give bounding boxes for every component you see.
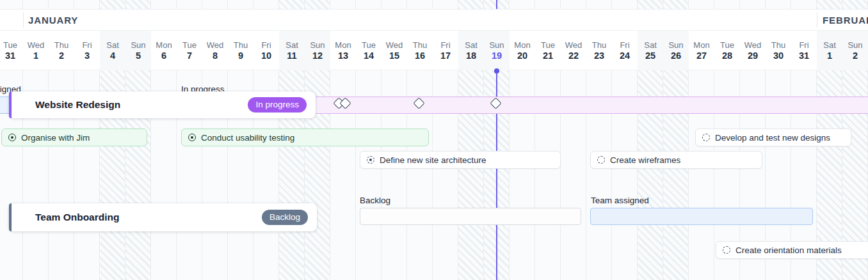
- day-column[interactable]: Sat1: [817, 31, 842, 70]
- day-name: Thu: [592, 41, 606, 49]
- day-column[interactable]: Fri17: [433, 31, 458, 70]
- month-label-february: FEBRUARY: [823, 15, 868, 26]
- day-name: Fri: [799, 41, 808, 49]
- day-number: 2: [59, 51, 64, 61]
- day-column[interactable]: Wed15: [382, 31, 407, 70]
- task-bar-define[interactable]: Define new site architecture: [360, 151, 561, 169]
- grid-column: [612, 0, 638, 9]
- day-number: 23: [594, 51, 604, 61]
- day-number: 1: [827, 51, 832, 61]
- day-number: 28: [722, 51, 732, 61]
- day-column[interactable]: Thu2: [49, 31, 74, 70]
- day-header-row: Tue31Wed1Thu2Fri3Sat4Sun5Mon6Tue7Wed8Thu…: [0, 31, 868, 70]
- task-label: Define new site architecture: [380, 155, 486, 165]
- day-number: 26: [671, 51, 681, 61]
- group-bar[interactable]: [360, 208, 581, 225]
- day-name: Sun: [310, 41, 325, 49]
- project-card-team-onboarding[interactable]: Team Onboarding Backlog: [9, 203, 317, 231]
- day-column[interactable]: Tue31: [0, 31, 23, 70]
- dashed-circle-icon: [597, 156, 605, 164]
- day-number: 3: [84, 51, 90, 61]
- day-column[interactable]: Fri24: [612, 31, 638, 70]
- day-column[interactable]: Wed1: [23, 31, 49, 70]
- day-number: 15: [389, 51, 399, 61]
- timeline-top-strip: [0, 0, 868, 9]
- day-column[interactable]: Wed29: [740, 31, 766, 70]
- progress-circle-icon: [188, 134, 196, 141]
- day-column[interactable]: Thu23: [586, 31, 612, 70]
- day-column[interactable]: Sun19: [484, 31, 510, 70]
- day-column[interactable]: Sat18: [458, 31, 484, 70]
- day-column[interactable]: Sun26: [663, 31, 689, 70]
- month-separator: [817, 12, 817, 27]
- day-column[interactable]: Sat25: [638, 31, 663, 70]
- day-number: 7: [187, 51, 192, 61]
- dashed-circle-icon: [723, 246, 730, 254]
- grid-column: [842, 0, 868, 9]
- day-number: 10: [261, 51, 271, 61]
- day-column[interactable]: Tue21: [535, 31, 561, 70]
- day-name: Thu: [234, 41, 248, 49]
- grid-column: [151, 0, 177, 9]
- day-column[interactable]: Sun12: [305, 31, 330, 70]
- project-title: Team Onboarding: [35, 212, 119, 223]
- project-card-website-redesign[interactable]: Website Redesign In progress: [9, 91, 316, 118]
- day-column[interactable]: Sat11: [279, 31, 305, 70]
- grid-column: [356, 0, 382, 9]
- day-number: 9: [238, 51, 243, 61]
- day-column[interactable]: Thu9: [228, 31, 253, 70]
- day-column[interactable]: Tue14: [356, 31, 382, 70]
- grid-column: [407, 0, 433, 9]
- group-bar[interactable]: [590, 208, 813, 225]
- task-bar-organise[interactable]: Organise with Jim: [1, 128, 147, 146]
- chart-area: Team assignedIn progressBacklogTeam assi…: [0, 70, 868, 280]
- group-label: Team assigned: [591, 196, 649, 205]
- task-label: Develop and test new designs: [715, 133, 830, 143]
- day-name: Tue: [182, 41, 197, 49]
- grid-column: [330, 0, 356, 9]
- group-label: Backlog: [360, 196, 390, 205]
- day-column[interactable]: Mon13: [330, 31, 356, 70]
- day-number: 31: [799, 51, 809, 61]
- day-column[interactable]: Fri10: [253, 31, 279, 70]
- day-column[interactable]: Tue28: [714, 31, 740, 70]
- day-name: Tue: [541, 41, 555, 49]
- day-name: Sat: [106, 41, 119, 49]
- grid-column: [817, 0, 842, 9]
- day-column[interactable]: Fri3: [74, 31, 100, 70]
- day-number: 11: [287, 51, 296, 61]
- day-number: 25: [645, 51, 655, 61]
- day-column[interactable]: Fri31: [791, 31, 817, 70]
- day-name: Fri: [261, 41, 271, 49]
- day-name: Thu: [771, 41, 785, 49]
- day-column[interactable]: Sun5: [125, 31, 151, 70]
- day-name: Tue: [3, 41, 17, 49]
- day-number: 18: [466, 51, 476, 61]
- day-number: 2: [853, 51, 858, 61]
- day-name: Wed: [744, 41, 762, 49]
- day-number: 30: [773, 51, 784, 61]
- dashed-circle-dot-icon: [367, 156, 374, 164]
- task-bar-wireframes[interactable]: Create wireframes: [590, 151, 762, 169]
- day-column[interactable]: Wed8: [202, 31, 228, 70]
- day-column[interactable]: Sun2: [842, 31, 868, 70]
- day-column[interactable]: Wed22: [561, 31, 586, 70]
- day-column[interactable]: Thu30: [766, 31, 791, 70]
- task-bar-conduct[interactable]: Conduct usability testing: [181, 128, 429, 146]
- grid-column: [279, 0, 305, 9]
- task-bar-orientation[interactable]: Create orientation materials: [716, 241, 868, 259]
- grid-column: [740, 0, 766, 9]
- day-column[interactable]: Tue7: [177, 31, 202, 70]
- task-bar-develop[interactable]: Develop and test new designs: [695, 128, 851, 146]
- day-column[interactable]: Sat4: [100, 31, 125, 70]
- grid-column: [766, 0, 791, 9]
- task-label: Create orientation materials: [735, 245, 842, 255]
- day-column[interactable]: Mon27: [689, 31, 714, 70]
- day-column[interactable]: Thu16: [407, 31, 433, 70]
- grid-column: [510, 0, 535, 9]
- grid-column: [689, 0, 714, 9]
- grid-column: [253, 0, 279, 9]
- day-column[interactable]: Mon20: [510, 31, 535, 70]
- day-column[interactable]: Mon6: [151, 31, 177, 70]
- grid-column: [125, 0, 151, 9]
